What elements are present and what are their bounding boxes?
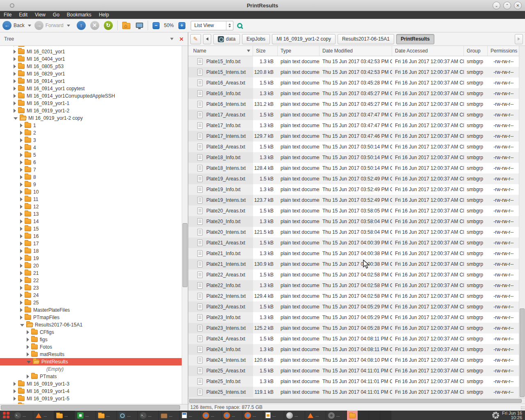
tree-item[interactable]: 9 xyxy=(0,181,182,188)
computer-icon[interactable] xyxy=(136,23,143,28)
taskbar-item[interactable] xyxy=(347,411,358,420)
table-row[interactable]: Plate20_Intens.txt121.5 kBplain text doc… xyxy=(188,227,519,237)
column-header-size[interactable]: Size xyxy=(253,46,278,56)
menu-item-edit[interactable]: Edit xyxy=(15,11,31,19)
expander-icon[interactable] xyxy=(14,109,16,113)
table-row[interactable]: Plate15_Info.txt1.3 kBplain text documen… xyxy=(188,56,519,67)
menu-item-help[interactable]: Help xyxy=(95,11,113,19)
taskbar-item[interactable]: ... xyxy=(284,411,305,420)
tree-item[interactable]: 25 xyxy=(0,299,182,306)
list-hscrollbar-thumb[interactable] xyxy=(189,399,522,403)
expander-icon[interactable] xyxy=(20,175,23,179)
taskbar-item[interactable]: ... xyxy=(138,411,159,420)
zoom-out-icon[interactable]: − xyxy=(153,22,160,29)
table-row[interactable]: Plate17_Intens.txt129.7 kBplain text doc… xyxy=(188,131,519,142)
expander-icon[interactable] xyxy=(14,397,16,401)
tree-item[interactable]: 24 xyxy=(0,292,182,299)
expander-icon[interactable] xyxy=(20,153,23,157)
taskbar-item[interactable]: ... xyxy=(117,411,138,420)
column-header-date-modified[interactable]: Date Modified xyxy=(320,46,392,56)
expander-icon[interactable] xyxy=(20,286,23,290)
tree-item[interactable]: MI 16_0914_yor1 copytest xyxy=(0,85,182,92)
expander-icon[interactable] xyxy=(20,293,23,297)
table-row[interactable]: Plate22_Intens.txt129.4 kBplain text doc… xyxy=(188,291,519,301)
tree-item[interactable]: 11 xyxy=(0,196,182,203)
table-row[interactable]: Plate17_Areas.txt1.5 kBplain text docume… xyxy=(188,110,519,120)
expander-icon[interactable] xyxy=(20,234,23,238)
sidebar-close-icon[interactable]: ✕ xyxy=(179,36,184,42)
expander-icon[interactable] xyxy=(20,278,23,283)
tree-item[interactable]: MI 16_0919_yor1-5 xyxy=(0,395,182,402)
expander-icon[interactable] xyxy=(20,227,23,231)
tree-item[interactable]: 12 xyxy=(0,203,182,210)
applications-menu-icon[interactable] xyxy=(0,411,12,420)
menu-item-go[interactable]: Go xyxy=(49,11,63,19)
expander-icon[interactable] xyxy=(20,315,23,320)
tree-item[interactable]: PTmapFiles xyxy=(0,314,182,321)
table-row[interactable]: Plate17_Info.txt1.3 kBplain text documen… xyxy=(188,120,519,131)
table-row[interactable]: Plate19_Info.txt1.3 kBplain text documen… xyxy=(188,184,519,195)
table-row[interactable]: Plate20_Info.txt1.3 kBplain text documen… xyxy=(188,216,519,227)
tree-item[interactable]: 7 xyxy=(0,166,182,173)
table-row[interactable]: Plate24_Info.txt1.3 kBplain text documen… xyxy=(188,344,519,355)
table-row[interactable]: Plate21_Areas.txt1.5 kBplain text docume… xyxy=(188,237,519,248)
tree-item[interactable]: 3 xyxy=(0,137,182,144)
column-header-name[interactable]: Name xyxy=(188,46,253,56)
expander-icon[interactable] xyxy=(14,117,18,120)
tree-item[interactable]: MI 16_0805_p53 xyxy=(0,63,182,70)
expander-icon[interactable] xyxy=(20,256,23,260)
expander-icon[interactable] xyxy=(20,219,23,224)
expander-icon[interactable] xyxy=(27,374,29,379)
list-horizontal-scrollbar[interactable] xyxy=(188,398,525,404)
tree-item[interactable]: MI 16_0919_yor1-2 xyxy=(0,107,182,114)
table-row[interactable]: Plate16_Info.txt1.3 kBplain text documen… xyxy=(188,88,519,99)
expander-icon[interactable] xyxy=(20,324,24,326)
tree-item[interactable]: (Empty) xyxy=(0,365,182,373)
expander-icon[interactable] xyxy=(14,46,16,46)
taskbar-item[interactable]: ... xyxy=(201,411,221,420)
expander-icon[interactable] xyxy=(20,271,23,275)
table-row[interactable]: Plate19_Areas.txt1.5 kBplain text docume… xyxy=(188,173,519,184)
taskbar-item[interactable]: ... xyxy=(12,411,33,420)
table-row[interactable]: Plate23_Intens.txt125.2 kBplain text doc… xyxy=(188,323,519,333)
table-row[interactable]: Plate18_Info.txt1.3 kBplain text documen… xyxy=(188,152,519,163)
home-icon[interactable]: ⌂ xyxy=(122,23,130,29)
expander-icon[interactable] xyxy=(14,64,16,68)
tree-item[interactable]: 17 xyxy=(0,240,182,247)
tree-item[interactable]: MI 16_0919_yor1-3 xyxy=(0,380,182,388)
table-row[interactable]: Plate23_Info.txt1.3 kBplain text documen… xyxy=(188,312,519,323)
expander-icon[interactable] xyxy=(27,361,31,363)
expander-icon[interactable] xyxy=(14,79,16,83)
taskbar-item[interactable]: ... xyxy=(242,411,263,420)
table-row[interactable]: Plate22_Areas.txt1.5 kBplain text docume… xyxy=(188,269,519,280)
tree-item[interactable]: 2 xyxy=(0,129,182,137)
tree-item[interactable]: 5 xyxy=(0,151,182,159)
expander-icon[interactable] xyxy=(14,382,16,386)
table-row[interactable]: Plate21_Intens.txt130.9 kBplain text doc… xyxy=(188,259,519,269)
breadcrumb-printresults[interactable]: PrintResults xyxy=(396,34,434,44)
tree-item[interactable]: MI 16_0201_yor1 xyxy=(0,48,182,55)
expander-icon[interactable] xyxy=(20,183,23,187)
table-row[interactable]: Plate16_Intens.txt131.2 kBplain text doc… xyxy=(188,99,519,110)
expander-icon[interactable] xyxy=(20,249,23,253)
tree-item[interactable]: 13 xyxy=(0,210,182,218)
table-row[interactable]: Plate25_Intens.txt119.1 kBplain text doc… xyxy=(188,387,519,397)
taskbar-item[interactable]: ... xyxy=(54,411,75,420)
expander-icon[interactable] xyxy=(20,168,23,172)
view-mode-select[interactable]: List View xyxy=(191,21,233,30)
tree-item[interactable]: matResults xyxy=(0,351,182,358)
table-row[interactable]: Plate25_Info.txt1.3 kBplain text documen… xyxy=(188,376,519,387)
table-row[interactable]: Plate25_Areas.txt1.5 kBplain text docume… xyxy=(188,365,519,376)
taskbar-item[interactable]: ... xyxy=(326,411,347,420)
tree-item[interactable]: 23 xyxy=(0,284,182,292)
maximize-icon[interactable]: ⌃ xyxy=(503,2,511,9)
expander-icon[interactable] xyxy=(20,123,23,128)
column-header-permissions[interactable]: Permissions xyxy=(488,46,519,56)
tree-horizontal-scrollbar[interactable] xyxy=(0,404,188,411)
table-row[interactable]: Plate20_Areas.txt1.5 kBplain text docume… xyxy=(188,205,519,216)
sidebar-title[interactable]: Tree xyxy=(4,36,170,42)
tree-item[interactable]: 18 xyxy=(0,247,182,255)
table-row[interactable]: Plate16_Areas.txt1.5 kBplain text docume… xyxy=(188,78,519,88)
back-label[interactable]: Back xyxy=(14,23,25,28)
forward-history-dropdown-icon[interactable] xyxy=(67,25,70,27)
